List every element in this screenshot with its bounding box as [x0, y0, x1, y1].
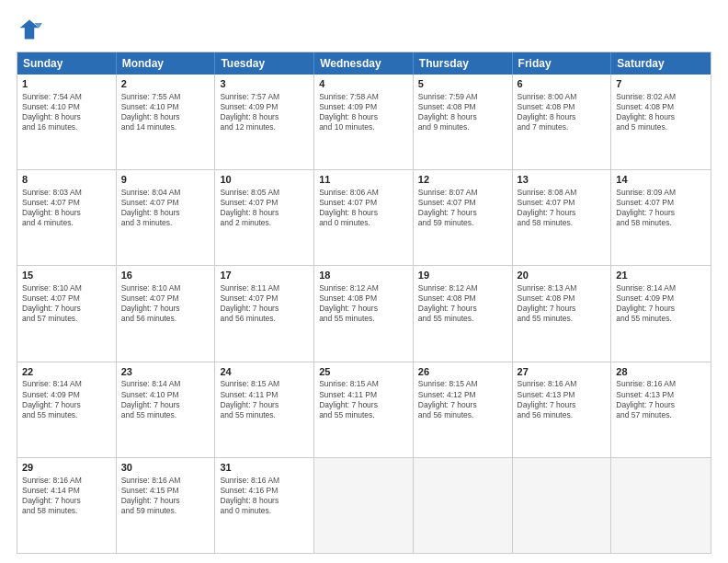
day-number: 9	[121, 173, 210, 187]
day-number: 25	[319, 365, 408, 379]
calendar-body: 1Sunrise: 7:54 AMSunset: 4:10 PMDaylight…	[17, 75, 711, 553]
logo-icon	[17, 17, 42, 42]
day-number: 27	[518, 365, 607, 379]
day-number: 14	[616, 173, 706, 187]
logo	[17, 17, 46, 42]
day-info: Sunrise: 8:13 AMSunset: 4:08 PMDaylight:…	[518, 283, 607, 324]
calendar-cell: 20Sunrise: 8:13 AMSunset: 4:08 PMDayligh…	[513, 266, 612, 361]
calendar-cell: 7Sunrise: 8:02 AMSunset: 4:08 PMDaylight…	[611, 75, 711, 169]
day-number: 31	[220, 461, 309, 475]
day-info: Sunrise: 8:16 AMSunset: 4:13 PMDaylight:…	[616, 379, 706, 419]
day-number: 6	[518, 77, 607, 91]
calendar-cell: 13Sunrise: 8:08 AMSunset: 4:07 PMDayligh…	[513, 170, 612, 265]
day-number: 24	[220, 365, 309, 379]
day-number: 15	[22, 269, 111, 282]
calendar-row-3: 15Sunrise: 8:10 AMSunset: 4:07 PMDayligh…	[17, 265, 711, 361]
day-info: Sunrise: 8:15 AMSunset: 4:11 PMDaylight:…	[220, 379, 309, 419]
day-info: Sunrise: 8:07 AMSunset: 4:07 PMDaylight:…	[418, 188, 507, 228]
day-info: Sunrise: 8:05 AMSunset: 4:07 PMDaylight:…	[220, 188, 309, 228]
calendar-header: SundayMondayTuesdayWednesdayThursdayFrid…	[17, 52, 711, 75]
calendar-row-4: 22Sunrise: 8:14 AMSunset: 4:09 PMDayligh…	[17, 362, 711, 457]
day-info: Sunrise: 7:58 AMSunset: 4:09 PMDaylight:…	[319, 92, 408, 132]
day-number: 4	[319, 77, 408, 91]
calendar-cell: 19Sunrise: 8:12 AMSunset: 4:08 PMDayligh…	[414, 266, 513, 361]
calendar-cell: 24Sunrise: 8:15 AMSunset: 4:11 PMDayligh…	[215, 362, 314, 457]
page-header	[17, 17, 711, 42]
calendar-cell: 27Sunrise: 8:16 AMSunset: 4:13 PMDayligh…	[513, 362, 612, 457]
day-number: 13	[518, 173, 607, 187]
calendar-cell: 16Sunrise: 8:10 AMSunset: 4:07 PMDayligh…	[117, 266, 216, 361]
day-info: Sunrise: 8:14 AMSunset: 4:09 PMDaylight:…	[22, 379, 111, 419]
day-info: Sunrise: 8:14 AMSunset: 4:10 PMDaylight:…	[121, 379, 210, 419]
day-info: Sunrise: 8:16 AMSunset: 4:15 PMDaylight:…	[121, 476, 210, 516]
day-number: 22	[22, 365, 111, 379]
day-info: Sunrise: 8:15 AMSunset: 4:12 PMDaylight:…	[418, 379, 507, 419]
day-info: Sunrise: 8:16 AMSunset: 4:16 PMDaylight:…	[220, 476, 309, 516]
calendar-cell: 22Sunrise: 8:14 AMSunset: 4:09 PMDayligh…	[17, 362, 117, 457]
calendar-cell: 28Sunrise: 8:16 AMSunset: 4:13 PMDayligh…	[611, 362, 711, 457]
day-number: 1	[22, 77, 111, 91]
day-info: Sunrise: 8:15 AMSunset: 4:11 PMDaylight:…	[319, 379, 408, 419]
day-info: Sunrise: 7:54 AMSunset: 4:10 PMDaylight:…	[22, 92, 111, 132]
day-number: 5	[418, 77, 507, 91]
header-cell-tuesday: Tuesday	[215, 52, 314, 75]
calendar-cell: 1Sunrise: 7:54 AMSunset: 4:10 PMDaylight…	[17, 75, 117, 169]
day-number: 10	[220, 173, 309, 187]
header-cell-monday: Monday	[117, 52, 216, 75]
day-number: 12	[418, 173, 507, 187]
day-number: 20	[518, 269, 607, 282]
day-info: Sunrise: 8:16 AMSunset: 4:14 PMDaylight:…	[22, 476, 111, 516]
calendar-cell: 14Sunrise: 8:09 AMSunset: 4:07 PMDayligh…	[611, 170, 711, 265]
day-info: Sunrise: 7:57 AMSunset: 4:09 PMDaylight:…	[220, 92, 309, 132]
header-cell-saturday: Saturday	[611, 52, 711, 75]
calendar-cell: 31Sunrise: 8:16 AMSunset: 4:16 PMDayligh…	[215, 458, 314, 553]
header-cell-thursday: Thursday	[414, 52, 513, 75]
calendar-cell: 10Sunrise: 8:05 AMSunset: 4:07 PMDayligh…	[215, 170, 314, 265]
calendar-cell: 26Sunrise: 8:15 AMSunset: 4:12 PMDayligh…	[414, 362, 513, 457]
day-number: 17	[220, 269, 309, 282]
day-info: Sunrise: 8:14 AMSunset: 4:09 PMDaylight:…	[616, 283, 706, 324]
calendar-cell: 21Sunrise: 8:14 AMSunset: 4:09 PMDayligh…	[611, 266, 711, 361]
day-info: Sunrise: 8:10 AMSunset: 4:07 PMDaylight:…	[121, 283, 210, 324]
day-number: 28	[616, 365, 706, 379]
day-number: 16	[121, 269, 210, 282]
calendar-row-5: 29Sunrise: 8:16 AMSunset: 4:14 PMDayligh…	[17, 457, 711, 553]
header-cell-sunday: Sunday	[17, 52, 117, 75]
day-number: 30	[121, 461, 210, 475]
day-info: Sunrise: 8:06 AMSunset: 4:07 PMDaylight:…	[319, 188, 408, 228]
calendar-cell: 30Sunrise: 8:16 AMSunset: 4:15 PMDayligh…	[117, 458, 216, 553]
day-number: 18	[319, 269, 408, 282]
day-number: 21	[616, 269, 706, 282]
day-number: 26	[418, 365, 507, 379]
calendar-row-2: 8Sunrise: 8:03 AMSunset: 4:07 PMDaylight…	[17, 169, 711, 265]
calendar-cell: 2Sunrise: 7:55 AMSunset: 4:10 PMDaylight…	[117, 75, 216, 169]
day-number: 29	[22, 461, 111, 475]
svg-marker-0	[20, 20, 40, 40]
day-info: Sunrise: 8:04 AMSunset: 4:07 PMDaylight:…	[121, 188, 210, 228]
day-number: 2	[121, 77, 210, 91]
day-info: Sunrise: 8:12 AMSunset: 4:08 PMDaylight:…	[418, 283, 507, 324]
day-number: 7	[616, 77, 706, 91]
day-number: 3	[220, 77, 309, 91]
calendar-cell: 15Sunrise: 8:10 AMSunset: 4:07 PMDayligh…	[17, 266, 117, 361]
calendar-table: SundayMondayTuesdayWednesdayThursdayFrid…	[17, 52, 711, 554]
calendar-cell: 23Sunrise: 8:14 AMSunset: 4:10 PMDayligh…	[117, 362, 216, 457]
calendar-cell: 6Sunrise: 8:00 AMSunset: 4:08 PMDaylight…	[513, 75, 612, 169]
day-info: Sunrise: 8:08 AMSunset: 4:07 PMDaylight:…	[518, 188, 607, 228]
day-info: Sunrise: 8:11 AMSunset: 4:07 PMDaylight:…	[220, 283, 309, 324]
day-info: Sunrise: 7:55 AMSunset: 4:10 PMDaylight:…	[121, 92, 210, 132]
day-info: Sunrise: 8:16 AMSunset: 4:13 PMDaylight:…	[518, 379, 607, 419]
calendar-cell: 4Sunrise: 7:58 AMSunset: 4:09 PMDaylight…	[314, 75, 414, 169]
day-info: Sunrise: 8:10 AMSunset: 4:07 PMDaylight:…	[22, 283, 111, 324]
day-info: Sunrise: 8:02 AMSunset: 4:08 PMDaylight:…	[616, 92, 706, 132]
calendar-page: SundayMondayTuesdayWednesdayThursdayFrid…	[0, 0, 728, 563]
calendar-cell	[611, 458, 711, 553]
calendar-row-1: 1Sunrise: 7:54 AMSunset: 4:10 PMDaylight…	[17, 75, 711, 169]
header-cell-friday: Friday	[513, 52, 612, 75]
day-number: 23	[121, 365, 210, 379]
calendar-cell: 8Sunrise: 8:03 AMSunset: 4:07 PMDaylight…	[17, 170, 117, 265]
day-number: 8	[22, 173, 111, 187]
calendar-cell	[414, 458, 513, 553]
calendar-cell: 5Sunrise: 7:59 AMSunset: 4:08 PMDaylight…	[414, 75, 513, 169]
calendar-cell: 17Sunrise: 8:11 AMSunset: 4:07 PMDayligh…	[215, 266, 314, 361]
